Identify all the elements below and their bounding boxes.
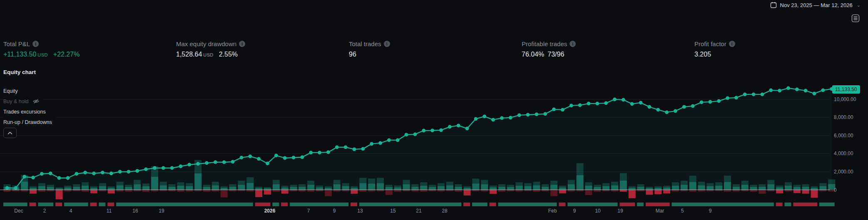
info-icon[interactable]: i xyxy=(32,41,39,47)
x-axis-label: 13 xyxy=(357,208,363,214)
drawdown-bar xyxy=(359,190,366,192)
win-streak-segment xyxy=(116,203,253,206)
drawdown-bar xyxy=(802,190,809,194)
equity-point xyxy=(630,102,634,106)
equity-point xyxy=(248,155,252,158)
win-streak-segment xyxy=(672,203,773,206)
win-streak-segment xyxy=(819,203,835,206)
win-streak-segment xyxy=(498,203,557,206)
stat-total-trades: Total tradesi 96 xyxy=(349,40,522,58)
equity-point xyxy=(179,165,183,168)
loss-streak-segment xyxy=(255,203,271,206)
eye-off-icon xyxy=(32,98,40,104)
equity-point xyxy=(448,125,452,129)
equity-point xyxy=(144,168,148,171)
x-axis-label: 9 xyxy=(333,208,336,214)
equity-point xyxy=(526,113,530,116)
x-axis-label: 9 xyxy=(573,208,576,214)
drawdown-bar xyxy=(386,190,393,195)
info-icon[interactable]: i xyxy=(570,41,576,47)
calendar-icon xyxy=(770,2,777,8)
win-streak-segment xyxy=(567,203,617,206)
stat-value: 76.04% xyxy=(522,51,544,58)
info-icon[interactable]: i xyxy=(239,41,245,47)
drawdown-bar xyxy=(38,190,45,192)
equity-point xyxy=(786,86,790,90)
drawdown-bar xyxy=(325,190,332,196)
equity-point xyxy=(214,161,217,164)
equity-point xyxy=(413,132,417,136)
equity-point xyxy=(309,151,313,155)
equity-chart-canvas[interactable] xyxy=(0,0,868,220)
equity-point xyxy=(613,97,617,101)
win-streak-segment xyxy=(272,203,279,206)
collapse-chart-button[interactable] xyxy=(3,128,17,138)
legend-item-trades-excursions[interactable]: Trades excursions xyxy=(3,106,49,117)
equity-point xyxy=(266,162,269,166)
equity-point xyxy=(405,133,408,136)
equity-point xyxy=(465,126,469,130)
win-streak-segment xyxy=(785,203,791,206)
equity-point xyxy=(430,129,434,132)
drawdown-bar xyxy=(108,190,115,194)
x-axis-label: 10 xyxy=(595,208,600,214)
drawdown-bar xyxy=(90,190,97,193)
equity-point xyxy=(587,101,591,105)
x-axis-label: 19 xyxy=(159,208,164,214)
x-axis-label: 4 xyxy=(70,208,72,214)
drawdown-bar xyxy=(464,190,471,196)
equity-point xyxy=(578,103,582,107)
equity-point xyxy=(552,107,556,111)
drawdown-bar xyxy=(594,190,601,192)
equity-point xyxy=(543,112,547,116)
equity-point xyxy=(127,170,131,174)
top-bar: Nov 23, 2025 — Mar 12, 2026 ⌄ xyxy=(0,0,868,12)
equity-point xyxy=(595,101,599,105)
x-axis-label: 15 xyxy=(390,208,395,214)
equity-point xyxy=(292,156,296,160)
equity-point xyxy=(604,101,608,105)
stat-profit-factor: Profit factori 3.205 xyxy=(694,40,867,58)
drawdown-bar xyxy=(281,190,289,194)
drawdown-bar xyxy=(550,190,557,196)
equity-point xyxy=(682,105,686,109)
loss-streak-segment xyxy=(776,203,783,206)
legend-item-runup-drawdowns[interactable]: Run-up / Drawdowns xyxy=(3,117,55,127)
equity-point xyxy=(804,89,808,92)
drawdown-bar xyxy=(663,190,670,194)
stat-label: Max equity drawdown xyxy=(176,40,236,47)
info-icon[interactable]: i xyxy=(729,41,735,47)
equity-point xyxy=(318,151,321,155)
equity-point xyxy=(370,142,373,146)
equity-area-fill xyxy=(7,88,832,190)
drawdown-bar xyxy=(793,190,801,193)
page-title: Equity chart xyxy=(3,69,36,75)
loss-streak-segment xyxy=(619,203,635,206)
legend-item-buy-hold[interactable]: Buy & hold xyxy=(3,96,43,106)
date-range-picker[interactable]: Nov 23, 2025 — Mar 12, 2026 ⌄ xyxy=(770,2,861,8)
drawdown-bar xyxy=(273,190,280,192)
drawdown-bar xyxy=(420,190,427,192)
equity-point xyxy=(639,101,643,104)
legend-item-equity[interactable]: Equity xyxy=(3,86,21,96)
info-icon[interactable]: i xyxy=(384,41,390,47)
equity-point xyxy=(196,162,200,166)
drawdown-bar xyxy=(394,190,401,192)
equity-point xyxy=(474,117,478,121)
equity-point xyxy=(31,176,35,180)
drawdown-bar xyxy=(221,190,228,198)
equity-point xyxy=(778,89,781,92)
layout-rows-button[interactable] xyxy=(850,12,861,24)
loss-streak-segment xyxy=(559,203,565,206)
y-axis-label: 4,000.00 xyxy=(834,151,853,156)
x-axis-label: Dec xyxy=(14,208,23,214)
legend-label: Run-up / Drawdowns xyxy=(3,119,52,125)
equity-point xyxy=(665,110,669,114)
equity-point xyxy=(170,166,174,170)
x-axis-label: 2 xyxy=(43,208,46,214)
equity-point xyxy=(813,91,816,95)
drawdown-bar xyxy=(490,190,497,194)
loss-streak-segment xyxy=(646,203,670,206)
equity-point xyxy=(257,157,261,161)
equity-point xyxy=(457,124,460,127)
